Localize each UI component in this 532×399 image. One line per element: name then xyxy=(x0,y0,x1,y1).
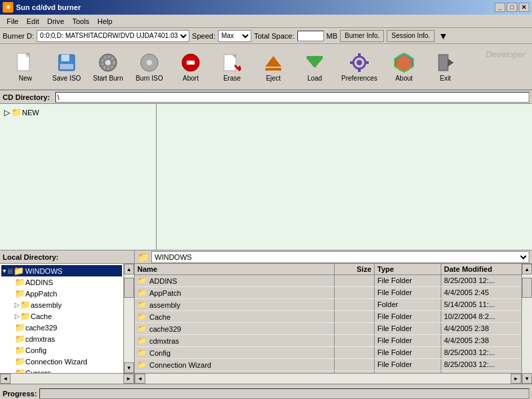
local-tree-cache329[interactable]: 📁 cache329 xyxy=(1,322,122,333)
menu-file[interactable]: File xyxy=(3,16,23,27)
file-scroll-up[interactable]: ▲ xyxy=(522,264,532,274)
file-h-scroll-right[interactable]: ► xyxy=(511,374,521,384)
burn-iso-button[interactable]: Burn ISO xyxy=(129,47,169,87)
local-tree-h-scrollbar: ◄ ► xyxy=(0,373,134,384)
minimize-button[interactable]: _ xyxy=(495,3,505,12)
total-space-label: Total Space: xyxy=(254,32,295,40)
cd-tree-new-item[interactable]: ▷ 📁 NEW xyxy=(3,107,153,118)
close-button[interactable]: ✕ xyxy=(519,3,529,12)
new-icon xyxy=(15,52,36,73)
file-scroll-thumb[interactable] xyxy=(522,278,532,298)
h-scroll-track xyxy=(11,374,123,384)
table-row[interactable]: 📁AppPatch File Folder 4/4/2005 2:45 xyxy=(135,287,521,299)
burner-bar-expand-icon[interactable]: ▼ xyxy=(439,31,448,41)
abort-button[interactable]: Abort xyxy=(171,47,211,87)
folder-icon: 📁 xyxy=(15,288,25,298)
burner-device-select[interactable]: 0:0:0,D: MATSHITACDRW/DVD UJDA7401.03 xyxy=(37,30,189,42)
menu-bar: File Edit Drive Tools Help xyxy=(0,15,532,28)
h-scroll-right-button[interactable]: ► xyxy=(123,374,134,384)
local-tree-windows-label: WINDOWS xyxy=(24,267,64,275)
local-tree-addins-label: ADDINS xyxy=(25,278,53,286)
cd-tree-new-label: NEW xyxy=(22,109,39,117)
table-row[interactable]: 📁assembly Folder 5/14/2005 11:... xyxy=(135,299,521,311)
h-scroll-left-button[interactable]: ◄ xyxy=(0,374,11,384)
toolbar: New Save ISO Start Burn xyxy=(0,44,532,91)
svg-rect-24 xyxy=(358,68,361,72)
eject-icon xyxy=(263,52,284,73)
table-row[interactable]: 📁cdmxtras File Folder 4/4/2005 2:38 xyxy=(135,335,521,347)
svg-rect-20 xyxy=(307,56,323,59)
total-space-unit: MB xyxy=(327,32,338,40)
folder-icon: 📁 xyxy=(15,356,25,366)
local-tree-assembly[interactable]: ▷ 📁 assembly xyxy=(1,299,122,310)
eject-button[interactable]: Eject xyxy=(253,47,293,87)
maximize-button[interactable]: □ xyxy=(507,3,517,12)
save-iso-button[interactable]: Save ISO xyxy=(47,47,87,87)
local-tree-cdmxtras[interactable]: 📁 cdmxtras xyxy=(1,333,122,344)
preferences-button[interactable]: Preferences xyxy=(336,47,383,87)
session-info-button[interactable]: Session Info. xyxy=(387,30,435,42)
burn-iso-label: Burn ISO xyxy=(135,75,163,82)
svg-marker-19 xyxy=(307,59,323,68)
file-scroll-track xyxy=(522,274,532,373)
window-title: Sun cd/dvd burner xyxy=(16,3,81,11)
preferences-label: Preferences xyxy=(341,75,377,82)
folder-icon: 📁 xyxy=(15,334,25,344)
start-burn-button[interactable]: Start Burn xyxy=(88,47,128,87)
scroll-up-button[interactable]: ▲ xyxy=(124,264,134,274)
menu-tools[interactable]: Tools xyxy=(68,16,93,27)
scroll-track xyxy=(124,274,134,362)
file-scroll-down[interactable]: ▼ xyxy=(522,373,532,384)
new-label: New xyxy=(19,75,32,82)
table-row[interactable]: 📁Config File Folder 8/25/2003 12:... xyxy=(135,347,521,359)
load-button[interactable]: Load xyxy=(295,47,335,87)
scroll-thumb[interactable] xyxy=(124,278,134,298)
exit-icon xyxy=(435,52,456,73)
total-space-input[interactable] xyxy=(297,31,324,41)
file-browser-folder-select[interactable]: WINDOWS xyxy=(151,251,529,263)
cd-directory-input[interactable] xyxy=(55,92,529,103)
new-button[interactable]: New xyxy=(5,47,45,87)
menu-help[interactable]: Help xyxy=(93,16,117,27)
cd-directory-bar: CD Directory: xyxy=(0,91,532,104)
col-name-header[interactable]: Name xyxy=(135,264,335,274)
abort-label: Abort xyxy=(183,75,199,82)
burner-label: Burner D: xyxy=(3,32,34,40)
file-browser-section: 📁 WINDOWS Name Size Type Date Modified 📁… xyxy=(135,250,532,384)
menu-drive[interactable]: Drive xyxy=(43,16,69,27)
expand-icon: ▷ xyxy=(15,312,20,320)
local-tree-cache[interactable]: ▷ 📁 Cache xyxy=(1,310,122,322)
file-table-h-scrollbar: ◄ ► xyxy=(135,373,521,384)
local-tree-connection-wizard[interactable]: 📁 Connection Wizard xyxy=(1,356,122,367)
burn-iso-icon xyxy=(139,52,160,73)
root-folder-icon: 📁 xyxy=(13,266,24,276)
scroll-down-button[interactable]: ▼ xyxy=(124,362,134,373)
local-tree-cursors[interactable]: 📁 Cursors xyxy=(1,367,122,373)
table-row[interactable]: 📁cache329 File Folder 4/4/2005 2:38 xyxy=(135,323,521,335)
cd-content-panel xyxy=(157,104,532,250)
file-h-scroll-left[interactable]: ◄ xyxy=(135,374,145,384)
burner-info-button[interactable]: Burner Info. xyxy=(340,30,384,42)
erase-button[interactable]: Erase xyxy=(212,47,252,87)
table-row[interactable]: 📁Connection Wizard File Folder 8/25/2003… xyxy=(135,359,521,371)
table-row[interactable]: 📁ADDINS File Folder 8/25/2003 12:... xyxy=(135,275,521,287)
col-size-header[interactable]: Size xyxy=(335,264,375,274)
local-tree-config[interactable]: 📁 Config xyxy=(1,344,122,356)
local-tree-assembly-label: assembly xyxy=(31,301,61,309)
exit-button[interactable]: Exit xyxy=(425,47,465,87)
about-button[interactable]: About xyxy=(384,47,424,87)
file-table-v-scrollbar[interactable]: ▲ ▼ xyxy=(521,264,532,384)
menu-edit[interactable]: Edit xyxy=(23,16,43,27)
preferences-icon xyxy=(349,52,370,73)
table-row[interactable]: 📁Cache File Folder 10/2/2004 8:2... xyxy=(135,311,521,323)
local-tree-windows-root[interactable]: ▾ 🖥 📁 WINDOWS xyxy=(1,265,122,276)
col-type-header[interactable]: Type xyxy=(375,264,441,274)
local-tree-cache-label: Cache xyxy=(31,312,52,320)
cd-directory-label: CD Directory: xyxy=(3,93,50,101)
file-browser-header: 📁 WINDOWS xyxy=(135,250,532,264)
local-tree-apppatch[interactable]: 📁 AppPatch xyxy=(1,288,122,299)
local-tree-scrollbar[interactable]: ▲ ▼ xyxy=(123,264,134,373)
speed-select[interactable]: Max xyxy=(218,30,251,42)
col-date-header[interactable]: Date Modified xyxy=(441,264,521,274)
local-tree-addins[interactable]: 📁 ADDINS xyxy=(1,276,122,288)
